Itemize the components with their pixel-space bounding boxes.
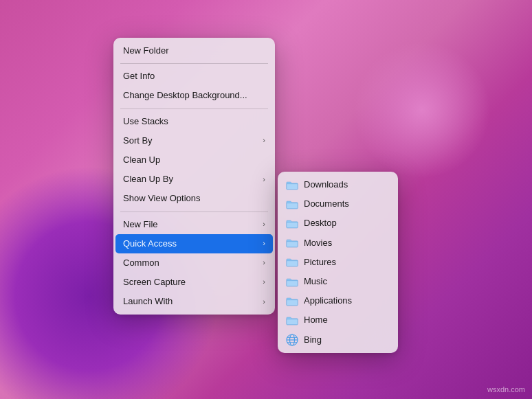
menu-item-use-stacks[interactable]: Use Stacks (113, 112, 275, 131)
submenu-item-applications[interactable]: Applications (278, 291, 398, 310)
menu-item-new-folder[interactable]: New Folder (113, 41, 275, 60)
context-menu-wrapper: New Folder Get Info Change Desktop Backg… (113, 38, 398, 353)
watermark: wsxdn.com (487, 385, 525, 394)
menu-item-clean-up[interactable]: Clean Up (113, 150, 275, 170)
context-menu: New Folder Get Info Change Desktop Backg… (113, 38, 275, 315)
folder-icon-movies (286, 238, 298, 248)
submenu-item-bing[interactable]: Bing (278, 330, 398, 350)
folder-icon-documents (286, 199, 298, 209)
submenu-item-movies[interactable]: Movies (278, 233, 398, 253)
chevron-icon-quick-access: › (263, 238, 265, 249)
menu-item-launch-with[interactable]: Launch With › (113, 292, 275, 311)
menu-item-sort-by[interactable]: Sort By › (113, 131, 275, 150)
chevron-icon-new-file: › (263, 219, 265, 229)
submenu-item-downloads[interactable]: Downloads (278, 175, 398, 194)
menu-item-new-file[interactable]: New File › (113, 215, 275, 234)
chevron-icon-launch-with: › (263, 297, 265, 307)
menu-divider-3 (120, 212, 268, 212)
submenu-item-home[interactable]: Home (278, 310, 398, 330)
menu-item-quick-access[interactable]: Quick Access › (115, 234, 273, 253)
chevron-icon-clean-up-by: › (263, 174, 265, 185)
submenu-item-pictures[interactable]: Pictures (278, 253, 398, 272)
globe-icon-bing (286, 334, 298, 346)
folder-icon-pictures (286, 257, 298, 267)
menu-item-common[interactable]: Common › (113, 253, 275, 273)
folder-icon-music (286, 277, 298, 287)
menu-item-change-desktop-bg[interactable]: Change Desktop Background... (113, 86, 275, 105)
menu-item-clean-up-by[interactable]: Clean Up By › (113, 170, 275, 189)
submenu-item-music[interactable]: Music (278, 272, 398, 291)
menu-divider-1 (120, 63, 268, 64)
menu-divider-2 (120, 109, 268, 109)
submenu-item-documents[interactable]: Documents (278, 194, 398, 214)
menu-item-screen-capture[interactable]: Screen Capture › (113, 273, 275, 292)
chevron-icon-common: › (263, 258, 265, 268)
quick-access-submenu: Downloads Documents Desktop (278, 172, 398, 353)
menu-item-get-info[interactable]: Get Info (113, 67, 275, 86)
folder-icon-applications (286, 296, 298, 306)
folder-icon-desktop (286, 218, 298, 229)
submenu-item-desktop[interactable]: Desktop (278, 214, 398, 233)
chevron-icon-sort-by: › (263, 135, 265, 146)
chevron-icon-screen-capture: › (263, 277, 265, 287)
menu-item-show-view-options[interactable]: Show View Options (113, 189, 275, 208)
folder-icon-home (286, 315, 298, 326)
folder-icon-downloads (286, 180, 298, 190)
